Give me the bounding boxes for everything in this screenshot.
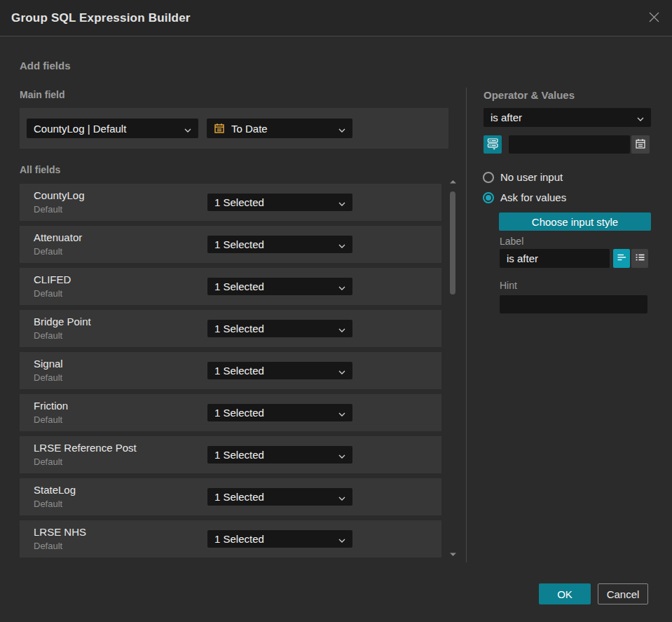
scrollbar-thumb[interactable] bbox=[450, 191, 455, 295]
field-source-label: Default bbox=[34, 414, 62, 425]
main-field-select-value: CountyLog | Default bbox=[34, 123, 179, 135]
chevron-down-icon bbox=[338, 323, 345, 334]
radio-circle-icon bbox=[483, 192, 494, 203]
chevron-down-icon bbox=[184, 123, 191, 135]
field-row: CountyLogDefault1 Selected bbox=[20, 184, 441, 221]
field-name: Attenuator bbox=[34, 231, 82, 243]
single-line-input-icon bbox=[617, 252, 627, 264]
scrollbar-up-arrow[interactable] bbox=[448, 179, 457, 184]
hint-field-label: Hint bbox=[500, 280, 517, 291]
field-values-select[interactable]: 1 Selected bbox=[207, 362, 352, 379]
field-values-select-value: 1 Selected bbox=[214, 491, 333, 503]
chevron-down-icon bbox=[338, 449, 345, 461]
chevron-down-icon bbox=[338, 365, 345, 377]
all-fields-label: All fields bbox=[20, 164, 60, 175]
radio-no-user-input[interactable]: No user input bbox=[483, 171, 563, 183]
field-name: LRSE Reference Post bbox=[34, 442, 137, 454]
list-input-style-button[interactable] bbox=[631, 249, 648, 268]
field-source-label: Default bbox=[34, 372, 62, 383]
operator-select-value: is after bbox=[491, 111, 631, 123]
scrollbar-down-arrow[interactable] bbox=[448, 552, 457, 557]
group-sql-expression-builder-dialog: Group SQL Expression Builder Add fields … bbox=[0, 0, 672, 622]
operator-select[interactable]: is after bbox=[484, 108, 651, 127]
list-input-icon bbox=[635, 252, 645, 264]
calendar-gold-icon bbox=[214, 123, 225, 134]
radio-label: No user input bbox=[500, 171, 563, 183]
field-row: FrictionDefault1 Selected bbox=[20, 394, 441, 431]
main-field-select[interactable]: CountyLog | Default bbox=[27, 119, 198, 138]
all-fields-list: CountyLogDefault1 SelectedAttenuatorDefa… bbox=[20, 184, 441, 562]
field-row: SignalDefault1 Selected bbox=[20, 352, 441, 389]
radio-circle-icon bbox=[483, 172, 494, 183]
field-row: StateLogDefault1 Selected bbox=[20, 478, 441, 515]
field-name: Signal bbox=[34, 358, 63, 370]
radio-ask-for-values[interactable]: Ask for values bbox=[483, 191, 566, 203]
field-name: Friction bbox=[34, 400, 68, 412]
chevron-down-icon bbox=[338, 533, 345, 545]
unique-values-button[interactable] bbox=[484, 135, 502, 154]
close-icon bbox=[648, 11, 660, 25]
field-values-select[interactable]: 1 Selected bbox=[207, 530, 352, 548]
field-values-select[interactable]: 1 Selected bbox=[207, 488, 352, 506]
label-input[interactable] bbox=[500, 249, 610, 268]
field-name: LRSE NHS bbox=[34, 526, 86, 538]
field-values-select[interactable]: 1 Selected bbox=[207, 320, 352, 337]
field-row: LRSE NHSDefault1 Selected bbox=[20, 520, 441, 557]
cancel-button[interactable]: Cancel bbox=[598, 583, 648, 604]
chevron-down-icon bbox=[338, 280, 345, 292]
field-name: Bridge Point bbox=[34, 316, 91, 327]
date-picker-button[interactable] bbox=[631, 135, 650, 154]
field-values-select-value: 1 Selected bbox=[214, 365, 333, 377]
value-input[interactable] bbox=[509, 135, 630, 154]
field-source-label: Default bbox=[34, 541, 62, 551]
field-row: CLIFEDDefault1 Selected bbox=[20, 268, 441, 305]
main-date-select-value: To Date bbox=[231, 123, 333, 135]
operator-values-title: Operator & Values bbox=[484, 89, 575, 101]
field-source-label: Default bbox=[34, 499, 62, 509]
add-fields-title: Add fields bbox=[20, 60, 71, 72]
unique-values-stack-icon bbox=[487, 137, 499, 152]
chevron-down-icon bbox=[338, 407, 345, 419]
dialog-title: Group SQL Expression Builder bbox=[11, 11, 191, 25]
chevron-down-icon bbox=[338, 196, 345, 208]
field-values-select-value: 1 Selected bbox=[214, 280, 333, 292]
chevron-down-icon bbox=[338, 123, 345, 135]
field-values-select[interactable]: 1 Selected bbox=[207, 194, 352, 211]
field-values-select-value: 1 Selected bbox=[214, 196, 333, 208]
field-name: CountyLog bbox=[34, 189, 85, 201]
label-field-label: Label bbox=[500, 236, 523, 247]
field-values-select[interactable]: 1 Selected bbox=[207, 236, 352, 253]
choose-input-style-button[interactable]: Choose input style bbox=[499, 212, 651, 231]
ok-button[interactable]: OK bbox=[539, 583, 591, 604]
field-values-select-value: 1 Selected bbox=[214, 407, 333, 419]
panel-divider bbox=[466, 88, 467, 562]
field-source-label: Default bbox=[34, 288, 62, 299]
dialog-header: Group SQL Expression Builder bbox=[0, 0, 672, 36]
single-line-input-style-button[interactable] bbox=[613, 249, 630, 268]
close-button[interactable] bbox=[645, 10, 662, 27]
field-values-select-value: 1 Selected bbox=[214, 323, 333, 334]
calendar-icon bbox=[635, 138, 646, 151]
field-values-select[interactable]: 1 Selected bbox=[207, 404, 352, 421]
field-row: Bridge PointDefault1 Selected bbox=[20, 310, 441, 347]
radio-label: Ask for values bbox=[500, 191, 566, 203]
field-values-select-value: 1 Selected bbox=[214, 238, 333, 250]
field-source-label: Default bbox=[34, 204, 62, 215]
chevron-down-icon bbox=[338, 491, 345, 503]
field-values-select-value: 1 Selected bbox=[214, 533, 333, 545]
field-source-label: Default bbox=[34, 457, 62, 467]
main-field-label: Main field bbox=[20, 89, 65, 100]
main-field-panel: CountyLog | Default To Date bbox=[20, 108, 448, 149]
field-values-select-value: 1 Selected bbox=[214, 449, 333, 461]
field-row: AttenuatorDefault1 Selected bbox=[20, 226, 441, 263]
field-source-label: Default bbox=[34, 330, 62, 341]
field-values-select[interactable]: 1 Selected bbox=[207, 446, 352, 464]
chevron-down-icon bbox=[338, 238, 345, 250]
hint-input[interactable] bbox=[500, 295, 647, 313]
main-date-select[interactable]: To Date bbox=[207, 119, 352, 138]
field-values-select[interactable]: 1 Selected bbox=[207, 278, 352, 295]
chevron-down-icon bbox=[637, 111, 644, 123]
field-row: LRSE Reference PostDefault1 Selected bbox=[20, 436, 441, 473]
field-name: CLIFED bbox=[34, 273, 71, 285]
field-name: StateLog bbox=[34, 484, 76, 496]
